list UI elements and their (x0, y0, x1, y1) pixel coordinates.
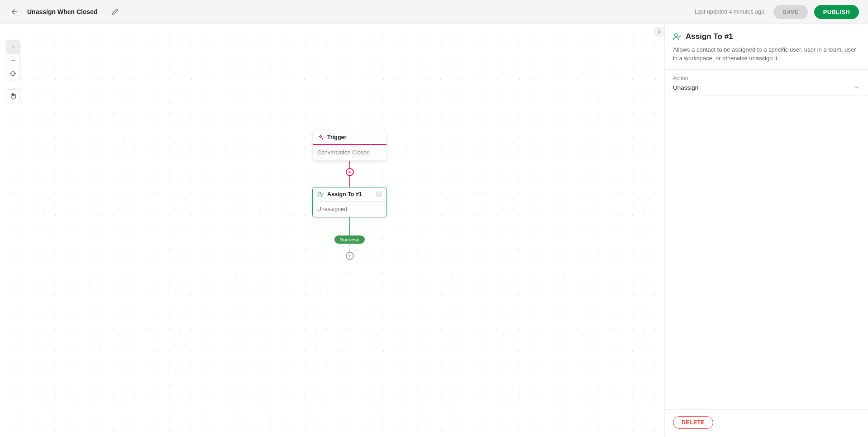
minus-icon (10, 57, 16, 63)
pan-tool-group (6, 89, 20, 103)
delete-button[interactable]: DELETE (673, 416, 713, 429)
zoom-out-button[interactable] (6, 53, 19, 67)
connector-line-dashed (349, 244, 350, 252)
crosshair-icon (10, 70, 16, 77)
edit-title-button[interactable] (110, 6, 120, 17)
save-button[interactable]: SAVE (773, 5, 808, 19)
svg-point-11 (319, 192, 321, 194)
workflow-title: Unassign When Closed (27, 8, 98, 15)
back-button[interactable] (9, 6, 20, 17)
trigger-node-title: Trigger (327, 134, 346, 140)
canvas-tools (6, 40, 20, 103)
help-icon[interactable]: ? (376, 191, 382, 197)
pan-button[interactable] (6, 90, 19, 103)
main: Trigger Conversation Closed Assign To #1… (0, 24, 868, 437)
sidebar-title: Assign To #1 (686, 32, 733, 41)
assign-node-body: Unassigned (313, 202, 386, 217)
action-select[interactable]: Unassign (673, 84, 860, 93)
header-left: Unassign When Closed (9, 6, 120, 17)
zoom-in-button[interactable] (6, 40, 19, 53)
chevron-down-icon (854, 84, 860, 91)
success-pill: Success (334, 235, 365, 244)
flow-column: Trigger Conversation Closed Assign To #1… (312, 130, 387, 260)
connector-line (349, 161, 350, 168)
zoom-tool-group (6, 40, 20, 80)
recenter-button[interactable] (6, 67, 19, 80)
plus-icon (348, 254, 352, 258)
header-right: Last updated 4 minutes ago SAVE PUBLISH (695, 5, 859, 19)
properties-sidebar: Assign To #1 Allows a contact to be assi… (664, 24, 868, 437)
sidebar-header: Assign To #1 (665, 24, 868, 46)
add-step-button[interactable] (346, 168, 354, 176)
last-updated-label: Last updated 4 minutes ago (695, 9, 764, 15)
header-bar: Unassign When Closed Last updated 4 minu… (0, 0, 868, 24)
action-field: Action Unassign (665, 70, 868, 96)
trigger-node-body: Conversation Closed (313, 145, 386, 160)
sidebar-description: Allows a contact to be assigned to a spe… (665, 46, 868, 70)
action-select-value: Unassign (673, 84, 698, 91)
assign-node-title: Assign To #1 (327, 191, 362, 197)
chevron-right-icon (656, 29, 663, 35)
workflow-canvas[interactable]: Trigger Conversation Closed Assign To #1… (0, 24, 664, 437)
collapse-sidebar-button[interactable] (654, 27, 664, 37)
assign-node-header: Assign To #1 ? (313, 187, 386, 202)
trigger-node[interactable]: Trigger Conversation Closed (312, 130, 387, 161)
svg-point-14 (675, 34, 677, 36)
assign-to-node[interactable]: Assign To #1 ? Unassigned (312, 187, 387, 217)
publish-button[interactable]: PUBLISH (814, 5, 859, 19)
plus-icon (348, 170, 352, 174)
hand-icon (10, 93, 16, 100)
sparkle-icon (317, 134, 324, 140)
svg-point-4 (11, 72, 15, 76)
action-label: Action (673, 75, 860, 82)
sidebar-footer: DELETE (665, 409, 868, 437)
arrow-left-icon (10, 8, 19, 16)
user-assign-icon (673, 33, 681, 41)
connector-line (349, 217, 350, 235)
connector-line (349, 176, 350, 187)
plus-icon (10, 44, 16, 50)
add-step-end-button[interactable] (346, 252, 354, 260)
user-assign-icon (317, 191, 324, 197)
sidebar-spacer (665, 96, 868, 409)
pencil-icon (111, 9, 118, 15)
trigger-node-header: Trigger (313, 130, 386, 145)
